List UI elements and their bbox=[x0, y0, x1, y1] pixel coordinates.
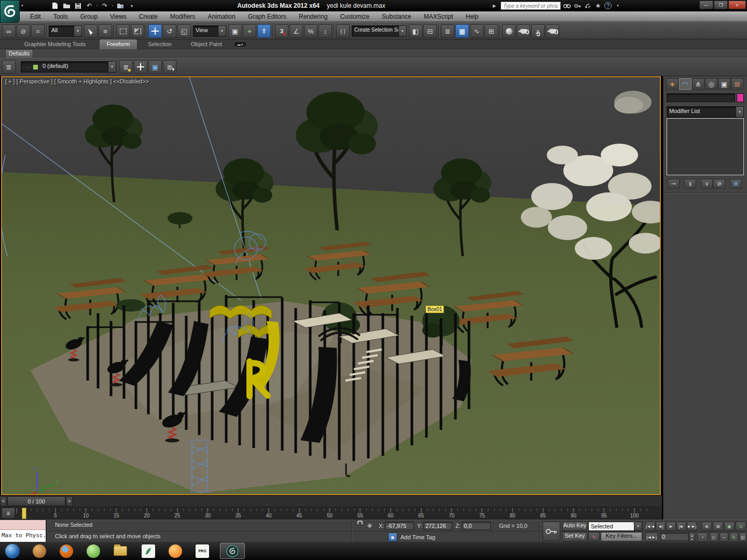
select-and-manipulate-icon[interactable]: + bbox=[243, 24, 256, 38]
zoom-all-icon[interactable]: ⊞ bbox=[713, 522, 723, 531]
select-and-rotate-icon[interactable]: ↺ bbox=[163, 24, 176, 38]
hierarchy-tab-icon[interactable]: ⋔ bbox=[692, 78, 704, 90]
redo-icon[interactable]: ↷ bbox=[101, 2, 109, 10]
set-key-big-icon[interactable] bbox=[543, 522, 560, 541]
timeline-ruler[interactable]: ≣ 05101520253035404550556065707580859095… bbox=[0, 507, 662, 520]
project-folder-icon[interactable] bbox=[116, 2, 125, 10]
menu-create[interactable]: Create bbox=[133, 11, 164, 22]
taskbar-gom-icon[interactable] bbox=[165, 543, 186, 559]
qat-dropdown-icon[interactable]: ▼ bbox=[128, 2, 136, 10]
zoom-extents-all-icon[interactable]: ⊡ bbox=[736, 522, 746, 531]
taskbar-3dsmax-icon[interactable] bbox=[220, 543, 245, 559]
help-icon[interactable]: ? bbox=[604, 2, 612, 9]
perspective-viewport[interactable]: z x y [ + ] [ Perspective ] [ Smooth + H… bbox=[1, 76, 661, 495]
manage-layers-icon[interactable]: ≣ bbox=[441, 24, 454, 38]
display-tab-icon[interactable]: ▣ bbox=[718, 78, 730, 90]
go-to-end-icon[interactable]: ►►| bbox=[687, 522, 697, 531]
time-slider-marker[interactable] bbox=[22, 508, 26, 519]
isolate-selection-icon[interactable]: ▣ bbox=[388, 533, 397, 542]
go-to-start-icon[interactable]: |◄◄ bbox=[645, 522, 655, 531]
make-unique-icon[interactable]: ∨ bbox=[701, 179, 713, 189]
tab-graphite-modeling-tools[interactable]: Graphite Modeling Tools bbox=[15, 39, 95, 49]
create-tab-icon[interactable]: ∗ bbox=[666, 78, 679, 90]
taskbar-firefox-icon[interactable] bbox=[56, 543, 77, 559]
taskbar-explorer-icon[interactable] bbox=[110, 543, 131, 559]
dropdown-arrow-icon[interactable]: ▼ bbox=[108, 62, 116, 72]
previous-frame-icon[interactable]: ◄| bbox=[656, 522, 666, 531]
render-production-icon[interactable] bbox=[546, 24, 559, 38]
object-name-field[interactable] bbox=[667, 93, 735, 102]
tab-selection[interactable]: Selection bbox=[141, 39, 178, 49]
set-key-button[interactable]: Set Key bbox=[562, 532, 587, 541]
orbit-icon[interactable]: ↻ bbox=[729, 533, 738, 542]
x-coordinate-field[interactable]: -67,975 bbox=[385, 522, 414, 530]
modify-tab-icon[interactable]: ◠ bbox=[679, 78, 691, 90]
undo-icon[interactable]: ↶ bbox=[85, 2, 93, 10]
minimize-button[interactable]: — bbox=[699, 1, 713, 9]
menu-animation[interactable]: Animation bbox=[202, 11, 242, 22]
viewport-scene[interactable]: z x y bbox=[2, 77, 660, 494]
angle-snap-toggle-icon[interactable]: ∠ bbox=[289, 24, 303, 38]
menu-views[interactable]: Views bbox=[104, 11, 133, 22]
zoom-extents-icon[interactable]: ▣ bbox=[724, 522, 735, 531]
select-by-name-icon[interactable]: ≡ bbox=[99, 24, 112, 38]
named-selection-sets-dropdown[interactable]: Create Selection Se▼ bbox=[352, 25, 407, 37]
viewport-label[interactable]: [ + ] [ Perspective ] [ Smooth + Highlig… bbox=[5, 78, 149, 85]
select-and-link-icon[interactable]: ∞ bbox=[2, 24, 16, 38]
restore-button[interactable]: ❐ bbox=[714, 1, 728, 9]
bind-to-space-warp-icon[interactable]: ≈ bbox=[31, 24, 45, 38]
menu-graph-editors[interactable]: Graph Editors bbox=[242, 11, 293, 22]
align-icon[interactable]: ⊟ bbox=[423, 24, 437, 38]
zoom-icon[interactable]: ⊕ bbox=[701, 522, 712, 531]
utilities-tab-icon[interactable]: ⊠ bbox=[731, 78, 743, 90]
spinner-snap-toggle-icon[interactable]: ↕ bbox=[319, 24, 332, 38]
key-mode-dropdown[interactable]: Selected▼ bbox=[588, 522, 642, 531]
infocenter-arrow-icon[interactable]: ▶ bbox=[490, 2, 499, 10]
edit-named-selection-sets-icon[interactable]: { } bbox=[336, 24, 350, 38]
tab-defaults[interactable]: Defaults bbox=[5, 49, 33, 58]
app-menu-arrow-icon[interactable]: ▼ bbox=[21, 4, 24, 7]
close-button[interactable]: × bbox=[728, 1, 746, 9]
menu-group[interactable]: Group bbox=[74, 11, 104, 22]
taskbar-pro-app-icon[interactable]: PRO bbox=[192, 543, 213, 559]
time-configuration-icon[interactable]: ◔ bbox=[697, 533, 708, 542]
schematic-view-icon[interactable]: ⊞ bbox=[485, 24, 498, 38]
time-slider-next-icon[interactable]: > bbox=[66, 496, 73, 507]
dropdown-arrow-icon[interactable]: ▼ bbox=[398, 26, 406, 36]
select-object-icon[interactable] bbox=[84, 24, 98, 38]
menu-maxscript[interactable]: MAXScript bbox=[418, 11, 460, 22]
subscription-key-icon[interactable] bbox=[573, 2, 582, 10]
menu-modifiers[interactable]: Modifiers bbox=[164, 11, 202, 22]
menu-substance[interactable]: Substance bbox=[376, 11, 418, 22]
use-pivot-point-center-icon[interactable]: ▣ bbox=[228, 24, 242, 38]
dropdown-arrow-icon[interactable]: ▼ bbox=[634, 522, 642, 530]
field-of-view-icon[interactable]: ▷ bbox=[710, 533, 718, 542]
save-file-icon[interactable] bbox=[74, 2, 82, 10]
selection-filter-dropdown[interactable]: All▼ bbox=[49, 25, 82, 37]
reference-coordinate-system-dropdown[interactable]: View▼ bbox=[193, 25, 226, 37]
taskbar-feather-app-icon[interactable] bbox=[138, 543, 159, 559]
menu-customize[interactable]: Customize bbox=[334, 11, 376, 22]
tab-object-paint[interactable]: Object Paint bbox=[183, 39, 230, 49]
pan-view-icon[interactable]: ⇔ bbox=[720, 533, 728, 542]
graphite-modeling-tools-toggle-icon[interactable]: ▦ bbox=[455, 24, 469, 38]
add-time-tag[interactable]: Add Time Tag bbox=[400, 534, 435, 540]
time-slider[interactable]: 0 / 100 bbox=[7, 496, 65, 506]
absolute-offset-toggle-icon[interactable]: ◈ bbox=[367, 522, 372, 529]
unlink-selection-icon[interactable]: ⊘ bbox=[17, 24, 30, 38]
ribbon-display-toggle-icon[interactable]: ▬ ▾ bbox=[233, 41, 247, 48]
set-current-layer-icon[interactable]: ≣ bbox=[163, 60, 176, 74]
maximize-viewport-toggle-icon[interactable]: ◱ bbox=[739, 533, 746, 542]
favorites-star-icon[interactable]: ★ bbox=[594, 2, 602, 10]
communication-center-icon[interactable] bbox=[584, 2, 592, 10]
undo-flyout-dot[interactable] bbox=[96, 5, 98, 6]
create-new-layer-icon[interactable]: ≣ bbox=[119, 60, 133, 74]
taskbar-app-bear-icon[interactable] bbox=[29, 543, 50, 559]
y-coordinate-field[interactable]: 272,126 bbox=[423, 522, 452, 530]
time-slider-prev-icon[interactable]: < bbox=[0, 496, 7, 507]
menu-edit[interactable]: Edit bbox=[24, 11, 47, 22]
material-editor-icon[interactable] bbox=[502, 24, 516, 38]
snaps-toggle-icon[interactable]: 3 bbox=[275, 24, 288, 38]
current-frame-field[interactable]: 0 bbox=[660, 533, 689, 541]
pin-stack-icon[interactable]: ⊸ bbox=[668, 179, 680, 189]
